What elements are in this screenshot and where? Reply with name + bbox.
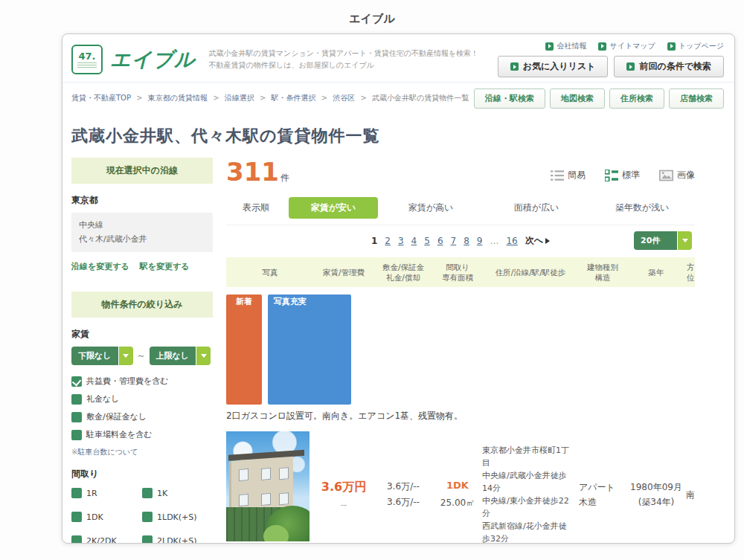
chevron-down-icon	[678, 231, 692, 250]
access-line: 西武新宿線/花小金井徒歩32分	[482, 520, 574, 544]
checkbox-icon[interactable]	[71, 430, 82, 440]
breadcrumb-separator: >	[136, 94, 142, 102]
structure-value: 木造	[579, 495, 626, 509]
badge-number: 47.	[78, 51, 95, 61]
parking-count-note-link[interactable]: ※駐車台数について	[71, 447, 213, 457]
per-page-value: 20件	[634, 231, 677, 250]
filter-header: 物件条件の絞り込み	[71, 292, 213, 318]
page-number[interactable]: 3	[398, 236, 404, 246]
page-number[interactable]: 4	[411, 236, 417, 246]
listing-detail-row: 13枚の写真 3.6万円 -- 3.6万/-- 3.6万/-- 1DK 25.0…	[226, 431, 695, 544]
selected-line-box: 中央線 代々木/武蔵小金井	[71, 213, 213, 252]
favorites-list-button[interactable]: お気に入りリスト	[498, 56, 609, 77]
checkbox-icon[interactable]	[142, 535, 153, 544]
th-deposit: 敷金/保証金礼金/償却	[373, 262, 433, 283]
view-mode-image[interactable]: 画像	[659, 169, 695, 181]
link-label: サイトマップ	[609, 41, 655, 51]
tab-line-station-search[interactable]: 沿線・駅検索	[474, 88, 545, 109]
filter-section: 物件条件の絞り込み 家賃 下限なし ～ 上限なし	[71, 292, 213, 544]
page-number[interactable]: 7	[451, 236, 457, 246]
checkbox-include-management-fee[interactable]: 共益費・管理費を含む	[71, 376, 213, 387]
result-count-unit: 件	[280, 173, 289, 183]
breadcrumb-item[interactable]: 駅・条件選択	[272, 94, 316, 102]
simple-list-icon	[551, 170, 564, 181]
sort-rent-asc[interactable]: 家賃が安い	[289, 197, 378, 219]
layout-value: 1DK	[433, 480, 482, 491]
checkbox-icon[interactable]	[71, 512, 82, 522]
page-number[interactable]: 8	[464, 236, 469, 246]
logo-group: 47. エイブル 武蔵小金井駅の賃貸マンション・賃貸アパート・賃貸住宅の不動産情…	[71, 41, 478, 77]
building-type-value: アパート	[579, 480, 626, 495]
breadcrumb-item[interactable]: 沿線選択	[225, 94, 254, 102]
checkbox-no-deposit[interactable]: 敷金/保証金なし	[71, 411, 213, 422]
browser-tab-title: エイブル	[0, 0, 744, 33]
checkbox-icon[interactable]	[71, 394, 82, 405]
link-company-info[interactable]: 会社情報	[545, 41, 586, 51]
next-page-link[interactable]: 次へ	[525, 234, 550, 247]
layout-options-grid: 1R 1K 1DK 1LDK(+S) 2K/2DK 2LDK(+S)	[71, 488, 213, 544]
checkbox-1ldk[interactable]: 1LDK(+S)	[142, 512, 213, 522]
change-station-link[interactable]: 駅を変更する	[140, 261, 190, 272]
page-number-last[interactable]: 16	[506, 236, 517, 246]
sidebar: 現在選択中の沿線 東京都 中央線 代々木/武蔵小金井 沿線を変更する 駅を変更す…	[71, 158, 213, 544]
per-page-dropdown[interactable]: 20件	[634, 231, 692, 250]
checkbox-icon[interactable]	[71, 488, 82, 498]
checkbox-icon[interactable]	[142, 512, 153, 522]
built-age-value: (築34年)	[626, 495, 686, 509]
property-photo[interactable]	[226, 431, 310, 541]
prefecture-label: 東京都	[71, 194, 213, 207]
filter-checkbox-list: 共益費・管理費を含む 礼金なし 敷金/保証金なし 駐車場料金を含む	[71, 376, 213, 440]
sort-area-desc[interactable]: 面積が広い	[484, 202, 589, 214]
page-number[interactable]: 9	[477, 236, 483, 246]
breadcrumb-separator: >	[321, 94, 327, 102]
checkbox-label: 2LDK(+S)	[157, 536, 197, 544]
results-main: 311件 簡易 標準 画像	[226, 158, 695, 544]
checkbox-icon[interactable]	[71, 535, 82, 544]
tab-shop-search[interactable]: 店舗検索	[669, 88, 724, 109]
page-number[interactable]: 6	[437, 236, 443, 246]
button-label: お気に入りリスト	[523, 60, 596, 73]
tab-map-search[interactable]: 地図検索	[550, 88, 605, 109]
rent-min-dropdown[interactable]: 下限なし	[71, 347, 133, 365]
sort-rent-desc[interactable]: 家賃が高い	[378, 202, 484, 214]
link-sitemap[interactable]: サイトマップ	[598, 41, 655, 51]
site-tagline: 武蔵小金井駅の賃貸マンション・賃貸アパート・賃貸住宅の不動産情報を検索！ 不動産…	[209, 48, 479, 71]
layout-cell: 1DK 25.00㎡	[433, 480, 482, 509]
rent-max-dropdown[interactable]: 上限なし	[150, 347, 211, 365]
checkbox-2k2dk[interactable]: 2K/2DK	[71, 535, 142, 544]
tagline-line1: 武蔵小金井駅の賃貸マンション・賃貸アパート・賃貸住宅の不動産情報を検索！	[209, 48, 479, 59]
checkbox-include-parking-fee[interactable]: 駐車場料金を含む	[71, 429, 213, 440]
page-number[interactable]: 2	[385, 236, 391, 246]
checkbox-2ldk[interactable]: 2LDK(+S)	[142, 535, 213, 544]
page-number[interactable]: 5	[424, 236, 430, 246]
view-mode-standard[interactable]: 標準	[605, 169, 640, 181]
checkbox-1dk[interactable]: 1DK	[71, 512, 142, 522]
checkbox-label: 1DK	[86, 512, 103, 522]
rent-value: 3.6万円	[314, 480, 373, 495]
sort-age-asc[interactable]: 築年数が浅い	[589, 202, 695, 214]
checkbox-checked-icon[interactable]	[71, 376, 82, 387]
selected-line-header: 現在選択中の沿線	[71, 158, 213, 184]
green-arrow-icon	[545, 42, 554, 51]
breadcrumb-item[interactable]: 賃貸・不動産TOP	[71, 94, 131, 102]
photo-cell: 13枚の写真	[226, 431, 314, 544]
sort-label: 表示順	[243, 202, 269, 214]
result-count-number: 311	[226, 157, 279, 187]
checkbox-1k[interactable]: 1K	[142, 488, 213, 498]
breadcrumb-item[interactable]: 渋谷区	[333, 94, 355, 102]
change-line-link[interactable]: 沿線を変更する	[71, 261, 129, 272]
checkbox-icon[interactable]	[71, 412, 82, 422]
selected-line-section: 現在選択中の沿線 東京都 中央線 代々木/武蔵小金井 沿線を変更する 駅を変更す…	[71, 158, 213, 272]
checkbox-no-key-money[interactable]: 礼金なし	[71, 393, 213, 405]
breadcrumb-item[interactable]: 東京都の賃貸情報	[148, 94, 208, 102]
button-label: 前回の条件で検索	[639, 60, 711, 73]
previous-search-button[interactable]: 前回の条件で検索	[614, 56, 724, 77]
link-top-page[interactable]: トップページ	[667, 41, 724, 51]
selected-line-name: 中央線	[79, 219, 205, 233]
view-mode-simple[interactable]: 簡易	[551, 169, 586, 181]
checkbox-icon[interactable]	[142, 488, 153, 498]
checkbox-1r[interactable]: 1R	[71, 488, 142, 498]
th-photo: 写真	[226, 267, 314, 277]
site-logo[interactable]: エイブル	[110, 46, 196, 73]
tab-address-search[interactable]: 住所検索	[609, 88, 664, 109]
